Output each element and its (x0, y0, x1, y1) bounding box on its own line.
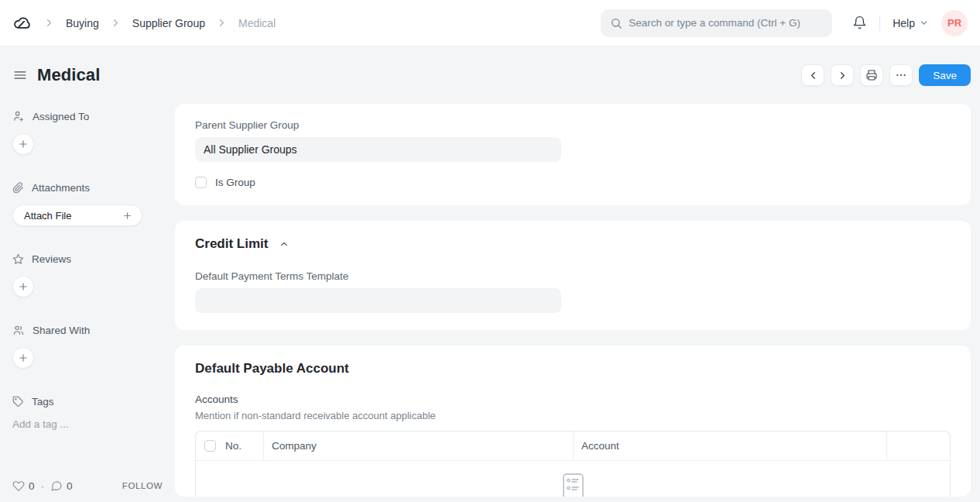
document-stats: 0 · 0 FOLLOW (12, 480, 163, 492)
payable-account-section-card: Default Payable Account Accounts Mention… (175, 346, 971, 497)
attach-file-button[interactable]: Attach File (12, 205, 142, 226)
plus-icon (122, 211, 132, 221)
help-menu[interactable]: Help (893, 17, 929, 29)
column-actions (887, 432, 950, 460)
credit-limit-section-toggle[interactable]: Credit Limit (195, 236, 951, 252)
accounts-label: Accounts (195, 394, 951, 405)
tags-label: Tags (32, 396, 54, 407)
chevron-up-icon (279, 239, 290, 249)
column-no: No. (225, 440, 242, 452)
reviews-section: Reviews (12, 253, 163, 297)
comment-icon (50, 480, 63, 492)
attachments-label: Attachments (32, 182, 90, 194)
menu-ellipsis-button[interactable] (889, 64, 913, 86)
prev-document-button[interactable] (801, 64, 824, 86)
chevron-right-icon (110, 17, 122, 29)
add-share-button[interactable] (12, 347, 34, 369)
add-review-button[interactable] (12, 276, 34, 297)
credit-limit-section-card: Credit Limit Default Payment Terms Templ… (175, 221, 971, 330)
add-tag-input[interactable]: Add a tag ... (12, 418, 163, 430)
tags-section: Tags Add a tag ... (12, 395, 163, 430)
breadcrumb: Buying Supplier Group Medical (12, 13, 276, 33)
page-title: Medical (37, 65, 100, 85)
follow-button[interactable]: FOLLOW (122, 481, 163, 490)
notifications-bell-icon[interactable] (852, 15, 867, 30)
parent-supplier-group-input[interactable]: All Supplier Groups (195, 137, 561, 162)
payment-terms-input[interactable] (195, 288, 561, 313)
column-account: Account (574, 432, 887, 460)
breadcrumb-buying[interactable]: Buying (66, 17, 99, 29)
users-icon (12, 324, 25, 336)
dot-separator: · (41, 480, 45, 492)
global-search[interactable] (601, 9, 832, 37)
add-assignment-button[interactable] (12, 133, 34, 155)
navbar-divider (879, 15, 880, 31)
likes-stat[interactable]: 0 (12, 480, 35, 492)
parent-supplier-group-label: Parent Supplier Group (195, 119, 951, 131)
empty-list-icon (563, 473, 584, 497)
likes-count: 0 (29, 480, 35, 492)
chevron-down-icon (919, 18, 929, 28)
chevron-right-icon (216, 17, 228, 29)
select-all-checkbox[interactable] (204, 440, 216, 452)
search-icon (610, 17, 622, 29)
shared-with-label: Shared With (33, 325, 90, 336)
assigned-to-section: Assigned To (12, 110, 163, 155)
attachments-section: Attachments Attach File (12, 181, 163, 226)
shared-with-section: Shared With (12, 324, 163, 369)
details-section-card: Parent Supplier Group All Supplier Group… (175, 104, 971, 205)
user-avatar[interactable]: PR (941, 10, 968, 36)
attach-file-label: Attach File (24, 210, 71, 222)
breadcrumb-current: Medical (238, 17, 276, 29)
heart-icon (12, 480, 25, 492)
search-input[interactable] (629, 17, 823, 29)
sidebar-toggle-icon[interactable] (12, 67, 28, 83)
star-icon (12, 253, 24, 265)
payable-account-title: Default Payable Account (195, 361, 349, 376)
save-button[interactable]: Save (919, 64, 971, 86)
top-navbar: Buying Supplier Group Medical Help (0, 0, 980, 46)
help-label: Help (893, 17, 915, 29)
comments-stat[interactable]: 0 (50, 480, 73, 492)
is-group-label: Is Group (215, 177, 255, 188)
form-body: Parent Supplier Group All Supplier Group… (175, 104, 971, 502)
document-sidebar: Assigned To Attachments Attach File (0, 104, 175, 502)
page-header: Medical Save (0, 46, 980, 104)
paperclip-icon (12, 182, 24, 194)
comments-count: 0 (67, 480, 73, 492)
accounts-grid: No. Company Account (195, 431, 951, 497)
assign-user-icon (12, 110, 25, 122)
accounts-description: Mention if non-standard receivable accou… (195, 410, 951, 421)
accounts-grid-empty-state (196, 461, 950, 497)
chevron-right-icon (43, 17, 55, 29)
app-logo-icon[interactable] (12, 13, 33, 33)
accounts-grid-header: No. Company Account (196, 432, 950, 461)
next-document-button[interactable] (831, 64, 854, 86)
credit-limit-title: Credit Limit (195, 236, 268, 252)
is-group-checkbox[interactable] (195, 177, 207, 188)
assigned-to-label: Assigned To (33, 111, 89, 122)
tag-icon (12, 396, 24, 407)
reviews-label: Reviews (32, 253, 71, 265)
breadcrumb-supplier-group[interactable]: Supplier Group (132, 17, 205, 29)
print-button[interactable] (860, 64, 883, 86)
payment-terms-label: Default Payment Terms Template (195, 270, 951, 282)
column-company: Company (264, 432, 574, 460)
